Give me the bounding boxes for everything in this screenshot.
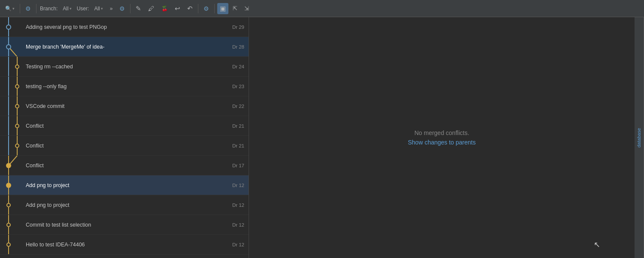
revert-icon: ↩	[175, 5, 180, 12]
svg-point-26	[7, 203, 10, 207]
graph-col	[0, 195, 26, 215]
search-dropdown-arrow: ▾	[12, 6, 15, 11]
graph-svg	[0, 215, 26, 234]
collapse-icon: ⇱	[233, 5, 237, 12]
graph-svg	[0, 17, 26, 37]
settings-button[interactable]: ⚙	[117, 3, 128, 14]
branch-label: Branch:	[40, 6, 58, 12]
commit-subject: Commit to test list selection	[26, 222, 217, 228]
cherry-pick-button[interactable]: 🍒	[159, 3, 170, 14]
side-tab-panel[interactable]: database Maven Projects	[635, 17, 644, 258]
branch-dropdown-arrow: ▾	[70, 6, 72, 11]
table-row[interactable]: Conflict Dr 21	[0, 136, 249, 156]
svg-point-22	[6, 163, 11, 168]
graph-col	[0, 96, 26, 116]
commit-info: testing --only flag	[26, 83, 219, 89]
view-icon: ▣	[220, 5, 226, 12]
commit-info: Merge branch 'MergeMe' of idea-	[26, 44, 219, 50]
commit-hash: Dr 28	[219, 44, 247, 49]
graph-svg	[0, 96, 26, 116]
commit-subject: Add png to project	[26, 182, 217, 188]
commit-hash: Dr 12	[219, 183, 247, 188]
commit-subject: testing --only flag	[26, 83, 217, 89]
graph-svg	[0, 116, 26, 135]
commit-info: Conflict	[26, 123, 219, 129]
more-options-button[interactable]: »	[107, 3, 115, 14]
commit-hash: Dr 12	[219, 203, 247, 208]
commit-subject: Conflict	[26, 163, 217, 169]
svg-point-16	[15, 124, 19, 128]
graph-col	[0, 116, 26, 135]
graph-svg	[0, 195, 26, 215]
branch-value: All	[63, 6, 68, 12]
table-row[interactable]: VSCode commit Dr 22	[0, 96, 249, 116]
table-row[interactable]: Merge branch 'MergeMe' of idea- Dr 28	[0, 37, 249, 57]
separator-2	[36, 4, 36, 13]
view-button[interactable]: ▣	[217, 3, 228, 14]
refresh-button[interactable]: ⚙	[23, 3, 33, 14]
table-row[interactable]: Adding several png to test PNGop Dr 29	[0, 17, 249, 37]
table-row[interactable]: Conflict Dr 17	[0, 156, 249, 175]
svg-point-28	[7, 223, 10, 227]
commit-subject: Conflict	[26, 143, 217, 149]
undo-button[interactable]: ↶	[185, 3, 195, 14]
graph-svg	[0, 175, 26, 195]
graph-svg	[0, 156, 26, 175]
gear-icon: ⚙	[25, 5, 31, 12]
graph-col	[0, 156, 26, 175]
commit-info: Testing rm --cached	[26, 64, 219, 70]
graph-col	[0, 37, 26, 56]
svg-point-30	[7, 243, 10, 246]
commit-subject: Hello to test IDEA-74406	[26, 242, 217, 248]
commit-hash: Dr 29	[219, 25, 247, 30]
user-dropdown-arrow: ▾	[101, 6, 103, 11]
commit-hash: Dr 12	[219, 222, 247, 227]
expand-icon: ⇲	[244, 5, 249, 12]
commit-subject: Merge branch 'MergeMe' of idea-	[26, 44, 217, 50]
amend-icon: 🖊	[148, 5, 155, 12]
show-changes-link[interactable]: Show changes to parents	[408, 139, 476, 146]
commit-subject: Adding several png to test PNGop	[26, 24, 217, 30]
user-label: User:	[77, 6, 89, 12]
graph-col	[0, 77, 26, 96]
graph-svg	[0, 235, 26, 254]
graph-svg	[0, 57, 26, 76]
graph-col	[0, 17, 26, 37]
commit-subject: Add png to project	[26, 202, 217, 208]
commit-info: Adding several png to test PNGop	[26, 24, 219, 30]
table-row[interactable]: Testing rm --cached Dr 24	[0, 57, 249, 77]
amend-button[interactable]: 🖊	[146, 3, 157, 14]
revert-button[interactable]: ↩	[172, 3, 183, 14]
expand-button[interactable]: ⇲	[242, 3, 252, 14]
graph-col	[0, 57, 26, 76]
commit-info: Conflict	[26, 143, 219, 149]
table-row[interactable]: Conflict Dr 21	[0, 116, 249, 136]
commit-list[interactable]: Adding several png to test PNGop Dr 29	[0, 17, 249, 258]
settings2-button[interactable]: ⚙	[201, 3, 212, 14]
commit-subject: Testing rm --cached	[26, 64, 217, 70]
commit-hash: Dr 21	[219, 143, 247, 148]
table-row[interactable]: Commit to test list selection Dr 12	[0, 215, 249, 235]
table-row[interactable]: Add png to project Dr 12	[0, 175, 249, 195]
commit-hash: Dr 21	[219, 123, 247, 129]
svg-point-1	[6, 25, 11, 29]
table-row[interactable]: Add png to project Dr 12	[0, 195, 249, 215]
commit-subject: Conflict	[26, 123, 217, 129]
commit-button[interactable]: ✎	[133, 3, 144, 14]
settings-icon: ⚙	[119, 5, 125, 12]
toolbar: 🔍 ▾ ⚙ Branch: All ▾ User: All ▾ » ⚙ ✎ 🖊 …	[0, 0, 644, 17]
collapse-button[interactable]: ⇱	[230, 3, 240, 14]
commit-info: VSCode commit	[26, 103, 219, 109]
search-button[interactable]: 🔍 ▾	[3, 3, 17, 14]
svg-point-19	[15, 144, 19, 147]
separator-5	[214, 4, 215, 13]
settings2-icon: ⚙	[204, 5, 209, 12]
side-tab-database[interactable]: database	[636, 128, 641, 147]
svg-point-13	[15, 104, 19, 108]
commit-list-panel: Adding several png to test PNGop Dr 29	[0, 17, 249, 258]
user-selector[interactable]: All ▾	[91, 3, 105, 14]
branch-selector[interactable]: All ▾	[60, 3, 74, 14]
table-row[interactable]: Hello to test IDEA-74406 Dr 12	[0, 235, 249, 255]
table-row[interactable]: testing --only flag Dr 23	[0, 77, 249, 96]
commit-info: Hello to test IDEA-74406	[26, 242, 219, 248]
